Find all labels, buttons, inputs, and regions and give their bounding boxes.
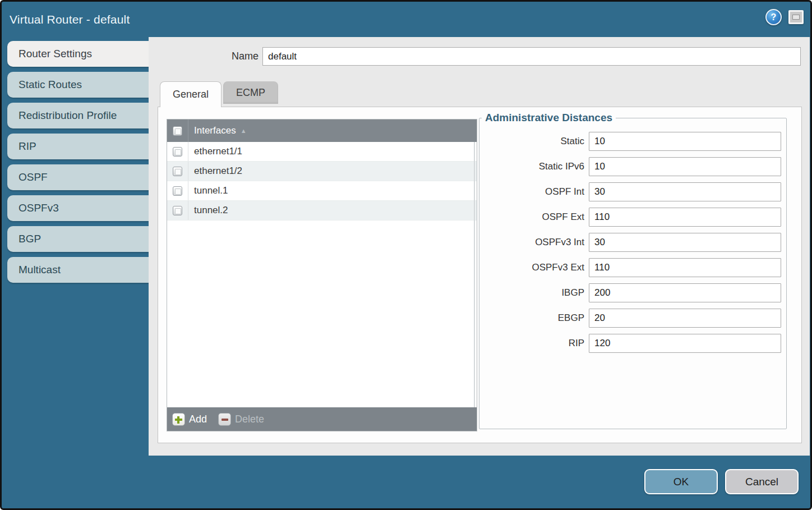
dialog-footer: OK Cancel xyxy=(2,456,810,508)
name-row: Name xyxy=(149,47,810,66)
field-row-ebgp: EBGP xyxy=(479,309,786,328)
interfaces-table: Interfaces ▲ ethernet1/1 ethernet1/2 xyxy=(167,119,477,431)
ospf-ext-label: OSPF Ext xyxy=(479,212,589,223)
rip-distance-input[interactable] xyxy=(589,334,781,353)
table-row-ethernet1-2[interactable]: ethernet1/2 xyxy=(167,162,477,181)
static-ipv6-label: Static IPv6 xyxy=(479,161,589,172)
sidebar-item-redistribution-profile[interactable]: Redistribution Profile xyxy=(7,103,149,128)
name-input[interactable] xyxy=(262,47,801,66)
plus-icon xyxy=(172,413,185,426)
title-bar: Virtual Router - default ? xyxy=(2,2,810,37)
ospf-ext-distance-input[interactable] xyxy=(589,208,781,227)
field-row-ospf-int: OSPF Int xyxy=(479,182,786,201)
sidebar: Router Settings Static Routes Redistribu… xyxy=(2,37,149,456)
sidebar-item-rip[interactable]: RIP xyxy=(7,134,149,159)
ospfv3-int-label: OSPFv3 Int xyxy=(479,237,589,248)
table-row-ethernet1-1[interactable]: ethernet1/1 xyxy=(167,142,477,162)
ebgp-distance-input[interactable] xyxy=(589,309,781,328)
virtual-router-dialog: Virtual Router - default ? Router Settin… xyxy=(0,0,812,510)
interfaces-table-header: Interfaces ▲ xyxy=(167,120,477,142)
general-tab-panel: Interfaces ▲ ethernet1/1 ethernet1/2 xyxy=(158,107,802,443)
sidebar-item-ospf[interactable]: OSPF xyxy=(7,164,149,190)
interface-name: tunnel.2 xyxy=(188,205,228,216)
row-checkbox[interactable] xyxy=(173,147,182,157)
static-ipv6-distance-input[interactable] xyxy=(589,157,781,176)
sidebar-item-multicast[interactable]: Multicast xyxy=(7,257,149,283)
row-checkbox-cell xyxy=(167,162,188,181)
ospf-int-distance-input[interactable] xyxy=(589,182,781,201)
row-checkbox[interactable] xyxy=(173,186,182,196)
table-row-tunnel-2[interactable]: tunnel.2 xyxy=(167,201,477,220)
delete-button[interactable]: Delete xyxy=(218,413,264,426)
row-checkbox-cell xyxy=(167,181,188,200)
help-icon[interactable]: ? xyxy=(765,9,782,25)
row-checkbox[interactable] xyxy=(173,206,182,215)
field-row-ospfv3-ext: OSPFv3 Ext xyxy=(479,258,786,277)
interface-name: tunnel.1 xyxy=(188,185,228,196)
add-button[interactable]: Add xyxy=(172,413,207,426)
ospfv3-ext-distance-input[interactable] xyxy=(589,258,781,277)
interfaces-table-body: ethernet1/1 ethernet1/2 tunnel.1 tu xyxy=(167,142,477,407)
row-checkbox[interactable] xyxy=(173,167,182,176)
content-tabstrip: General ECMP xyxy=(160,81,278,107)
ibgp-distance-input[interactable] xyxy=(589,283,781,302)
table-scrollbar[interactable] xyxy=(474,142,475,407)
delete-button-label: Delete xyxy=(235,413,264,425)
interfaces-column-label: Interfaces xyxy=(194,125,236,136)
titlebar-icons: ? xyxy=(765,9,804,25)
sidebar-item-bgp[interactable]: BGP xyxy=(7,226,149,252)
tab-ecmp[interactable]: ECMP xyxy=(223,81,278,104)
ebgp-label: EBGP xyxy=(479,313,589,324)
interfaces-column-header[interactable]: Interfaces ▲ xyxy=(188,125,477,136)
ospfv3-int-distance-input[interactable] xyxy=(589,233,781,252)
name-label: Name xyxy=(149,47,259,66)
field-row-rip: RIP xyxy=(479,334,786,353)
sidebar-item-static-routes[interactable]: Static Routes xyxy=(7,72,149,98)
ok-button[interactable]: OK xyxy=(644,469,718,494)
sidebar-item-router-settings[interactable]: Router Settings xyxy=(7,41,149,67)
rip-label: RIP xyxy=(479,338,589,349)
ospfv3-ext-label: OSPFv3 Ext xyxy=(479,262,589,273)
dialog-body: Router Settings Static Routes Redistribu… xyxy=(2,37,810,456)
content-area: Name General ECMP Interfaces ▲ xyxy=(149,37,810,456)
field-row-ospfv3-int: OSPFv3 Int xyxy=(479,233,786,252)
dialog-title: Virtual Router - default xyxy=(2,13,130,26)
select-all-checkbox[interactable] xyxy=(173,126,182,136)
sidebar-item-ospfv3[interactable]: OSPFv3 xyxy=(7,195,149,221)
cancel-button[interactable]: Cancel xyxy=(725,469,799,494)
add-button-label: Add xyxy=(189,413,207,425)
minus-icon xyxy=(218,413,231,426)
row-checkbox-cell xyxy=(167,142,188,161)
static-distance-input[interactable] xyxy=(589,132,781,151)
row-checkbox-cell xyxy=(167,201,188,220)
static-label: Static xyxy=(479,136,589,147)
interface-name: ethernet1/1 xyxy=(188,146,242,157)
tab-general[interactable]: General xyxy=(160,81,222,107)
ibgp-label: IBGP xyxy=(479,287,589,298)
field-row-ospf-ext: OSPF Ext xyxy=(479,208,786,227)
window-restore-icon-inner xyxy=(792,15,800,20)
select-all-cell xyxy=(167,120,188,142)
field-row-static: Static xyxy=(479,132,786,151)
interface-name: ethernet1/2 xyxy=(188,166,242,177)
table-row-tunnel-1[interactable]: tunnel.1 xyxy=(167,181,477,201)
field-row-ibgp: IBGP xyxy=(479,283,786,302)
ospf-int-label: OSPF Int xyxy=(479,186,589,197)
field-row-static-ipv6: Static IPv6 xyxy=(479,157,786,176)
administrative-distances-legend: Administrative Distances xyxy=(482,112,616,124)
window-restore-icon[interactable] xyxy=(788,10,804,24)
administrative-distances-fieldset: Administrative Distances Static Static I… xyxy=(479,112,787,429)
interfaces-table-toolbar: Add Delete xyxy=(167,407,477,431)
sort-ascending-icon: ▲ xyxy=(241,127,247,134)
